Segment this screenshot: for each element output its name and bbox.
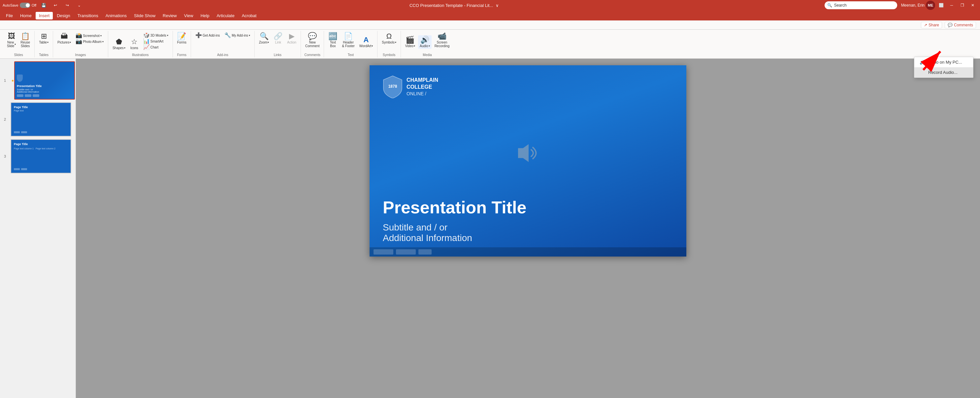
main-content: 1 ★ Presentation Title Subtitle and / or…: [0, 59, 980, 398]
menu-review[interactable]: Review: [159, 12, 180, 19]
slide-audio-speaker-icon: [515, 141, 541, 169]
screen-recording-button[interactable]: 📹 ScreenRecording: [433, 32, 452, 49]
text-group-label: Text: [348, 53, 354, 57]
title-text: CCO Presentation Template - Financial Li…: [409, 3, 493, 8]
table-dropdown-icon[interactable]: ▾: [47, 41, 48, 44]
shapes-button[interactable]: ⬟ Shapes ▾: [111, 37, 127, 51]
redo-button[interactable]: ↪: [63, 1, 72, 10]
video-button[interactable]: 🎬 Video ▾: [404, 35, 417, 49]
bottom-logo-3: [418, 249, 431, 255]
slide-3-thumbnail[interactable]: Page Title Page text column 1 Page text …: [11, 139, 71, 173]
shapes-dropdown-icon[interactable]: ▾: [124, 46, 126, 49]
wordart-button[interactable]: A WordArt ▾: [358, 35, 375, 49]
audio-on-pc-icon: 🔊: [920, 60, 925, 65]
action-icon: ▶: [289, 33, 295, 40]
pictures-dropdown-icon[interactable]: ▾: [70, 41, 71, 44]
photo-album-dropdown-icon[interactable]: ▾: [102, 40, 103, 43]
minimize-button[interactable]: ─: [947, 1, 956, 10]
close-button[interactable]: ✕: [968, 1, 977, 10]
canvas-area[interactable]: 1878 CHAMPLAIN COLLEGE ONLINE / Presenta: [76, 59, 980, 398]
pictures-button[interactable]: 🏔 Pictures ▾: [56, 32, 73, 45]
text-box-button[interactable]: 🔤 TextBox: [327, 32, 339, 49]
menu-view[interactable]: View: [181, 12, 197, 19]
menu-design[interactable]: Design: [54, 12, 73, 19]
restore-button[interactable]: ❐: [958, 1, 967, 10]
menu-home[interactable]: Home: [17, 12, 35, 19]
symbols-dropdown-icon[interactable]: ▾: [395, 41, 396, 44]
menu-acrobat[interactable]: Acrobat: [239, 12, 260, 19]
forms-button[interactable]: 📝 Forms: [175, 32, 188, 45]
3d-models-dropdown-icon[interactable]: ▾: [167, 34, 168, 37]
undo-button[interactable]: ↩: [51, 1, 60, 10]
ribbon-group-addins: ➕ Get Add-ins 🔧 My Add-ins ▾ Add-ins: [191, 31, 255, 57]
slide-1-thumbnail[interactable]: Presentation Title Subtitle and / orAddi…: [14, 61, 75, 100]
new-slide-button[interactable]: 🖼 NewSlide ▾: [5, 32, 18, 49]
header-footer-button[interactable]: 📄 Header& Footer: [340, 32, 356, 49]
video-icon: 🎬: [406, 36, 414, 44]
audio-on-pc-item[interactable]: 🔊 Audio on My PC...: [914, 57, 973, 67]
symbols-group-label: Symbols: [383, 53, 395, 57]
audio-dropdown-icon[interactable]: ▾: [429, 44, 430, 48]
title-bar: AutoSave Off 💾 ↩ ↪ ⌄ CCO Presentation Te…: [0, 0, 980, 11]
symbols-button[interactable]: Ω Symbols ▾: [380, 32, 398, 45]
share-button[interactable]: ↗ Share: [921, 22, 942, 29]
menu-help[interactable]: Help: [197, 12, 213, 19]
reuse-slides-icon: 📋: [21, 33, 30, 40]
tables-group-label: Tables: [39, 53, 48, 57]
new-comment-button[interactable]: 💬 NewComment: [304, 32, 321, 49]
autosave-state: Off: [32, 3, 36, 7]
zoom-dropdown-icon[interactable]: ▾: [267, 41, 269, 44]
slide-2-content: Page Title Page text: [11, 103, 71, 136]
new-slide-icon: 🖼: [8, 33, 15, 40]
slide-2-title: Page Title: [14, 106, 68, 109]
slide-2-thumbnail[interactable]: Page Title Page text: [11, 102, 71, 136]
screenshot-dropdown-icon[interactable]: ▾: [100, 34, 102, 37]
shapes-icon: ⬟: [116, 38, 122, 46]
ribbon-group-symbols: Ω Symbols ▾ Symbols: [377, 31, 401, 57]
menu-slideshow[interactable]: Slide Show: [130, 12, 159, 19]
slide-logo-area: 1878 CHAMPLAIN COLLEGE ONLINE /: [383, 75, 438, 98]
ribbon-group-text: 🔤 TextBox 📄 Header& Footer A WordArt ▾ T…: [324, 31, 377, 57]
save-button[interactable]: 💾: [39, 1, 48, 10]
slide-2-text: Page text: [14, 109, 68, 112]
slide-1-number: 1: [4, 78, 6, 82]
new-slide-dropdown-icon[interactable]: ▾: [14, 43, 16, 46]
autosave-switch[interactable]: [20, 3, 30, 8]
link-icon: 🔗: [274, 33, 282, 40]
search-box[interactable]: 🔍 Search: [824, 1, 897, 9]
menu-articulate[interactable]: Articulate: [213, 12, 237, 19]
table-button[interactable]: ⊞ Table ▾: [37, 32, 50, 45]
wordart-icon: A: [364, 36, 369, 44]
audio-button[interactable]: 🔊 Audio ▾: [418, 35, 431, 49]
get-addins-button[interactable]: ➕ Get Add-ins: [194, 32, 221, 39]
my-addins-dropdown-icon[interactable]: ▾: [249, 34, 250, 37]
reuse-slides-button[interactable]: 📋 ReuseSlides: [19, 32, 32, 49]
menu-file[interactable]: File: [3, 12, 16, 19]
action-button[interactable]: ▶ Action: [285, 32, 298, 45]
slide-2-logo: [14, 131, 20, 133]
menu-insert[interactable]: Insert: [36, 12, 53, 19]
slide-3-col1: Page text column 1: [14, 147, 33, 150]
wordart-dropdown-icon[interactable]: ▾: [372, 44, 373, 48]
avatar[interactable]: ME: [926, 1, 935, 10]
slide-bottom-bar: [369, 247, 686, 257]
icons-button[interactable]: ☆ Icons: [128, 37, 140, 51]
zoom-button[interactable]: 🔍 Zoom ▾: [258, 32, 271, 45]
ribbon-display-button[interactable]: ⬜: [937, 1, 946, 10]
video-dropdown-icon[interactable]: ▾: [414, 44, 415, 48]
3d-models-button[interactable]: 🎲 3D Models ▾ 📊 SmartArt 📈 Chart: [142, 32, 170, 51]
user-name: Meenan, Erin: [901, 3, 924, 8]
title-dropdown-icon[interactable]: ∨: [496, 3, 499, 8]
menu-transitions[interactable]: Transitions: [74, 12, 102, 19]
menu-animations[interactable]: Animations: [102, 12, 130, 19]
comments-icon: 💬: [948, 23, 953, 27]
svg-marker-3: [518, 144, 528, 162]
icons-icon: ☆: [131, 38, 138, 46]
my-addins-button[interactable]: 🔧 My Add-ins ▾: [223, 32, 251, 39]
link-button[interactable]: 🔗 Link: [272, 32, 284, 45]
customize-qat-button[interactable]: ⌄: [75, 1, 84, 10]
images-group-label: Images: [75, 53, 86, 57]
comments-button[interactable]: 💬 Comments: [945, 22, 976, 29]
record-audio-item[interactable]: Record Audio...: [914, 67, 973, 78]
screenshot-button[interactable]: 📸 Screenshot ▾ 📷 Photo Album ▾: [74, 32, 105, 45]
